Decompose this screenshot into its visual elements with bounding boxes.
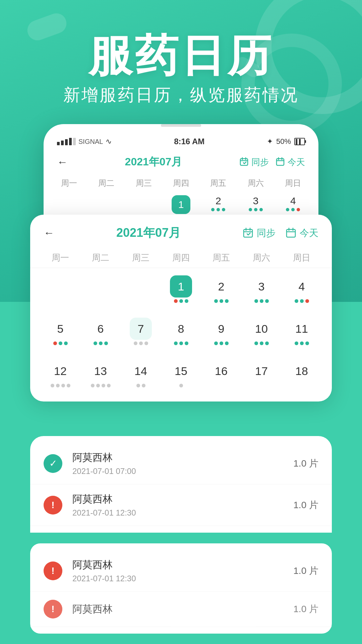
battery-label: 50% <box>276 137 291 146</box>
week-thu: 周四 <box>162 174 199 192</box>
signal-bar2 <box>61 141 64 145</box>
cal-actions: 同步 今天 <box>243 227 318 239</box>
cal-date-1[interactable]: 1 <box>161 271 201 307</box>
med-info-2: 阿莫西林 2021-07-01 12:30 <box>72 492 293 518</box>
svg-rect-0 <box>240 159 248 165</box>
calendar-title: 2021年07月 <box>116 225 181 241</box>
week-sun: 周日 <box>275 174 312 192</box>
dot-1-red <box>174 299 178 303</box>
cal-back-button[interactable]: ← <box>44 227 54 239</box>
medicine-item-2[interactable]: ! 阿莫西林 2021-07-01 12:30 1.0 片 <box>30 484 332 526</box>
med-time-1: 2021-07-01 07:00 <box>72 467 293 476</box>
status-left: SIGNAL ∿ <box>57 137 112 146</box>
cal-date-5[interactable]: 5 <box>40 314 80 349</box>
signal-bar5 <box>73 138 76 145</box>
today-label: 今天 <box>288 156 305 168</box>
med-time-3: 2021-07-01 12:30 <box>72 574 293 583</box>
sync-icon <box>239 157 249 167</box>
week-mon: 周一 <box>50 174 87 192</box>
notch-handle <box>161 124 201 127</box>
cal-date-8[interactable]: 8 <box>161 314 201 349</box>
cal-date-4[interactable]: 4 <box>282 271 322 307</box>
med-dosage-1: 1.0 片 <box>293 457 318 470</box>
medicine-item-1[interactable]: ✓ 阿莫西林 2021-07-01 07:00 1.0 片 <box>30 443 332 484</box>
week-fri: 周五 <box>200 174 237 192</box>
today-icon <box>276 157 285 167</box>
cal-week-mon: 周一 <box>40 248 80 268</box>
phone-header: ← 2021年07月 同步 今天 <box>44 150 318 174</box>
med-name-3: 阿莫西林 <box>72 558 293 572</box>
signal-label: SIGNAL <box>78 138 103 146</box>
cal-date-2[interactable]: 2 <box>201 271 241 307</box>
phone-header-actions: 同步 今天 <box>239 156 305 168</box>
week-tue: 周二 <box>87 174 125 192</box>
med-info-4: 阿莫西林 <box>72 602 293 616</box>
status-right: ✦ 50% ▌▌ <box>267 137 305 146</box>
med-status-alert-2: ! <box>44 561 62 580</box>
cal-date-empty2: 0 <box>80 271 121 307</box>
cal-date-3[interactable]: 3 <box>241 271 282 307</box>
cal-date-13[interactable]: 13 <box>80 356 121 391</box>
cal-date-11[interactable]: 11 <box>282 314 322 349</box>
cal-sync-button[interactable]: 同步 <box>243 227 276 239</box>
signal-bar4 <box>69 138 72 145</box>
back-button[interactable]: ← <box>57 156 68 168</box>
svg-rect-8 <box>244 229 252 237</box>
cal-date-9[interactable]: 9 <box>201 314 241 349</box>
cal-week-sun: 周日 <box>282 248 322 268</box>
cal-week-fri: 周五 <box>201 248 241 268</box>
cal-date-12[interactable]: 12 <box>40 356 80 391</box>
cal-date-empty3: 0 <box>121 271 161 307</box>
medicine-list-bottom: ! 阿莫西林 2021-07-01 12:30 1.0 片 ! 阿莫西林 1.0… <box>30 543 332 634</box>
med-name-4: 阿莫西林 <box>72 602 293 616</box>
med-status-check: ✓ <box>44 454 62 473</box>
svg-rect-4 <box>277 159 284 165</box>
cal-today-icon <box>286 228 296 238</box>
week-wed: 周三 <box>125 174 162 192</box>
calendar-header: ← 2021年07月 同步 今天 <box>30 215 332 248</box>
med-dosage-3: 1.0 片 <box>293 565 318 577</box>
cal-week-tue: 周二 <box>80 248 121 268</box>
hero-subtitle: 新增服药日历，纵览服药情况 <box>0 84 362 106</box>
cal-date-18[interactable]: 18 <box>282 356 322 391</box>
hero-title: 服药日历 <box>0 27 362 86</box>
sync-button[interactable]: 同步 <box>239 156 269 168</box>
med-info-1: 阿莫西林 2021-07-01 07:00 <box>72 451 293 476</box>
med-info-3: 阿莫西林 2021-07-01 12:30 <box>72 558 293 583</box>
cal-today-label: 今天 <box>300 227 318 239</box>
cal-date-15[interactable]: 15 <box>161 356 201 391</box>
bluetooth-icon: ✦ <box>267 137 273 146</box>
today-button[interactable]: 今天 <box>276 156 305 168</box>
signal-bar1 <box>57 142 60 145</box>
dot-1-green2 <box>185 299 188 303</box>
cal-date-16[interactable]: 16 <box>201 356 241 391</box>
cal-row-3: 12 13 14 15 <box>30 353 332 395</box>
cal-date-14[interactable]: 14 <box>121 356 161 391</box>
cal-date-7[interactable]: 7 <box>121 314 161 349</box>
med-name-1: 阿莫西林 <box>72 451 293 465</box>
week-sat: 周六 <box>237 174 274 192</box>
med-dosage-4: 1.0 片 <box>293 603 318 615</box>
cal-row-1: 0 0 0 1 2 3 <box>30 268 332 310</box>
cal-sync-label: 同步 <box>257 227 276 239</box>
cal-week-sat: 周六 <box>241 248 282 268</box>
cal-sync-icon <box>243 228 253 238</box>
signal-bar3 <box>65 139 68 145</box>
cal-row-2: 5 6 7 8 <box>30 310 332 353</box>
medicine-item-4[interactable]: ! 阿莫西林 1.0 片 <box>30 592 332 627</box>
cal-date-10[interactable]: 10 <box>241 314 282 349</box>
phone-mockup: SIGNAL ∿ 8:16 AM ✦ 50% ▌▌ ← 2021年07月 <box>44 124 318 229</box>
cal-date-6[interactable]: 6 <box>80 314 121 349</box>
sync-label: 同步 <box>251 156 269 168</box>
med-dosage-2: 1.0 片 <box>293 499 318 512</box>
cal-week-wed: 周三 <box>121 248 161 268</box>
week-row: 周一 周二 周三 周四 周五 周六 周日 <box>44 174 318 192</box>
status-bar: SIGNAL ∿ 8:16 AM ✦ 50% ▌▌ <box>44 130 318 150</box>
phone-month-title: 2021年07月 <box>125 155 182 169</box>
cal-week-thu: 周四 <box>161 248 201 268</box>
med-status-alert-3: ! <box>44 600 62 619</box>
cal-date-17[interactable]: 17 <box>241 356 282 391</box>
cal-today-button[interactable]: 今天 <box>286 227 318 239</box>
medicine-item-3[interactable]: ! 阿莫西林 2021-07-01 12:30 1.0 片 <box>30 550 332 592</box>
signal-icon <box>57 138 76 145</box>
